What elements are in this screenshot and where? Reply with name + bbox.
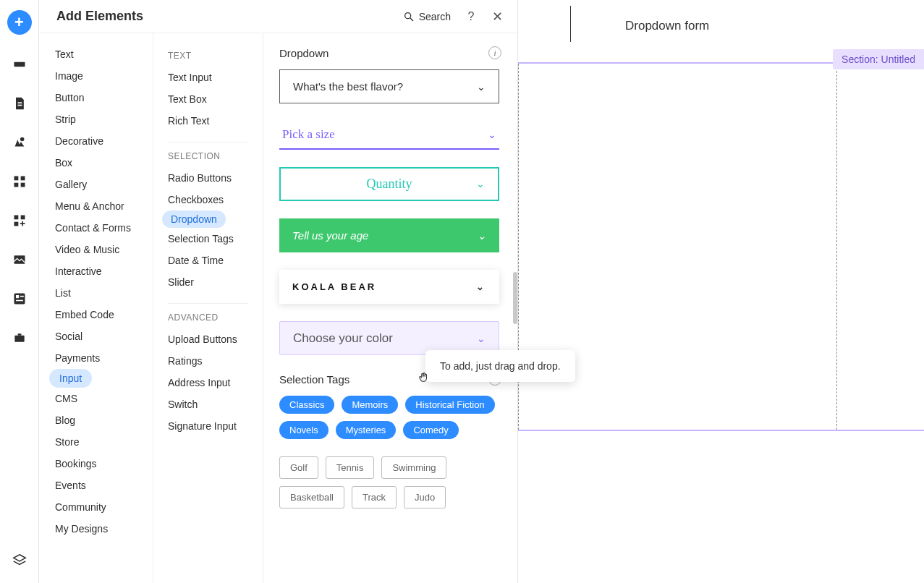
tag-pill[interactable]: Track	[352, 486, 397, 508]
category-item[interactable]: Contact & Forms	[39, 217, 153, 239]
category-item[interactable]: Interactive	[39, 260, 153, 282]
selection-tags-preset-blue[interactable]: ClassicsMemoirsHistorical FictionNovelsM…	[279, 396, 501, 439]
chevron-down-icon: ⌄	[478, 230, 486, 242]
svg-rect-6	[20, 183, 25, 187]
subcategory-item[interactable]: Dropdown	[162, 210, 226, 228]
design-icon[interactable]	[10, 133, 29, 152]
scrollbar-thumb[interactable]	[513, 272, 517, 324]
pages-icon[interactable]	[10, 94, 29, 113]
preview-pane: Dropdown i What's the best flavor? ⌄ Pic…	[263, 33, 517, 583]
subcategory-item[interactable]: Text Box	[153, 88, 263, 110]
subcategory-item[interactable]: Text Input	[153, 67, 263, 88]
subcategory-item[interactable]: Selection Tags	[153, 228, 263, 250]
subcategory-item[interactable]: Ratings	[153, 350, 263, 372]
tag-pill[interactable]: Golf	[279, 456, 318, 479]
subcategory-item[interactable]: Switch	[153, 393, 263, 415]
app-market-icon[interactable]	[10, 211, 29, 230]
strip-icon[interactable]	[10, 55, 29, 74]
category-item[interactable]: Video & Music	[39, 239, 153, 260]
business-icon[interactable]	[10, 328, 29, 347]
category-item[interactable]: Box	[39, 152, 153, 174]
svg-point-17	[404, 12, 410, 18]
category-list[interactable]: TextImageButtonStripDecorativeBoxGallery…	[39, 33, 153, 583]
add-elements-icon[interactable]: +	[7, 10, 32, 35]
tag-pill[interactable]: Mysteries	[336, 421, 397, 439]
category-item[interactable]: Store	[39, 431, 153, 453]
category-item[interactable]: Button	[39, 87, 153, 108]
svg-rect-16	[17, 333, 21, 336]
content-icon[interactable]	[10, 289, 29, 308]
svg-rect-9	[14, 222, 18, 226]
category-item[interactable]: Menu & Anchor	[39, 195, 153, 217]
subcategory-list[interactable]: TEXTText InputText BoxRich TextSELECTION…	[153, 33, 263, 583]
media-icon[interactable]	[10, 250, 29, 269]
subcategory-item[interactable]: Address Input	[153, 372, 263, 393]
tag-pill[interactable]: Judo	[404, 486, 446, 508]
subcategory-item[interactable]: Upload Buttons	[153, 328, 263, 350]
category-item[interactable]: Gallery	[39, 174, 153, 195]
category-item[interactable]: Embed Code	[39, 304, 153, 325]
tag-pill[interactable]: Historical Fiction	[405, 396, 494, 414]
page-title: Dropdown form	[625, 19, 709, 33]
svg-rect-8	[20, 216, 25, 220]
dropdown-preset-5[interactable]: KOALA BEAR ⌄	[279, 270, 499, 304]
svg-rect-2	[17, 105, 22, 106]
tag-pill[interactable]: Tennis	[326, 456, 375, 479]
subcategory-item[interactable]: Checkboxes	[153, 189, 263, 210]
info-icon[interactable]: i	[488, 46, 501, 59]
apps-icon[interactable]	[10, 172, 29, 191]
category-item[interactable]: Community	[39, 496, 153, 518]
layers-icon[interactable]	[10, 551, 29, 570]
svg-rect-4	[20, 176, 25, 181]
editor-canvas[interactable]: Dropdown form Section: Untitled	[518, 0, 924, 583]
subcategory-item[interactable]: Signature Input	[153, 415, 263, 437]
svg-rect-11	[14, 294, 25, 305]
category-item[interactable]: Blog	[39, 409, 153, 431]
ruler-mark	[570, 6, 571, 42]
tag-pill[interactable]: Classics	[279, 396, 334, 414]
dropdown-preset-1[interactable]: What's the best flavor? ⌄	[279, 69, 499, 103]
category-item[interactable]: Text	[39, 43, 153, 65]
category-item[interactable]: Bookings	[39, 453, 153, 475]
category-item[interactable]: CMS	[39, 388, 153, 409]
tag-pill[interactable]: Novels	[279, 421, 329, 439]
category-item[interactable]: Image	[39, 65, 153, 87]
search-button[interactable]: Search	[403, 11, 451, 22]
category-item[interactable]: Payments	[39, 347, 153, 369]
section-label[interactable]: Section: Untitled	[833, 49, 924, 69]
panel-header: Add Elements Search ? ✕	[39, 0, 517, 33]
chevron-down-icon: ⌄	[477, 81, 486, 93]
svg-rect-7	[14, 216, 18, 220]
chevron-down-icon: ⌄	[476, 178, 485, 190]
category-item[interactable]: Decorative	[39, 130, 153, 152]
dropdown-heading: Dropdown	[279, 47, 329, 59]
category-item[interactable]: My Designs	[39, 518, 153, 540]
subcategory-group-title: SELECTION	[153, 144, 263, 167]
svg-rect-12	[16, 295, 19, 298]
subcategory-item[interactable]: Slider	[153, 271, 263, 293]
subcategory-group-title: TEXT	[153, 43, 263, 67]
dropdown-preset-4[interactable]: Tell us your age ⌄	[279, 218, 499, 252]
category-item[interactable]: List	[39, 282, 153, 304]
category-item[interactable]: Strip	[39, 108, 153, 130]
svg-rect-14	[16, 300, 23, 302]
chevron-down-icon: ⌄	[476, 281, 486, 292]
guide-line-right	[836, 64, 837, 430]
category-item[interactable]: Events	[39, 475, 153, 496]
help-icon[interactable]: ?	[465, 11, 477, 22]
selection-tags-preset-outline[interactable]: GolfTennisSwimmingBasketballTrackJudo	[279, 456, 501, 508]
dropdown-preset-3[interactable]: Quantity ⌄	[279, 167, 499, 201]
tag-pill[interactable]: Memoirs	[342, 396, 398, 414]
tag-pill[interactable]: Swimming	[381, 456, 446, 479]
subcategory-item[interactable]: Date & Time	[153, 250, 263, 271]
dropdown-preset-2[interactable]: Pick a size ⌄	[279, 121, 499, 150]
category-item[interactable]: Input	[49, 369, 92, 388]
tag-pill[interactable]: Comedy	[403, 421, 458, 439]
category-item[interactable]: Social	[39, 325, 153, 347]
left-rail: +	[0, 0, 39, 583]
close-icon[interactable]: ✕	[491, 11, 503, 22]
subcategory-item[interactable]: Rich Text	[153, 110, 263, 132]
tag-pill[interactable]: Basketball	[279, 486, 344, 508]
subcategory-item[interactable]: Radio Buttons	[153, 167, 263, 189]
section-frame[interactable]	[518, 62, 924, 431]
